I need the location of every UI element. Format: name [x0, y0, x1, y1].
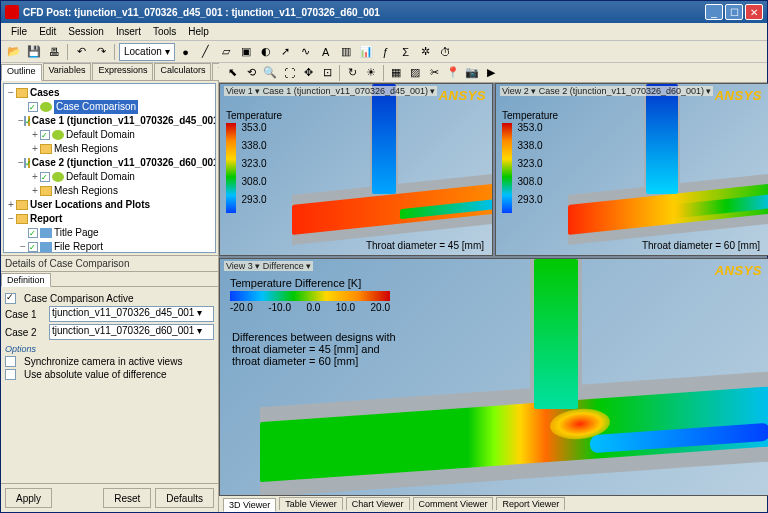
maximize-button[interactable]: ☐ [725, 4, 743, 20]
view-toolbar: ⬉ ⟲ 🔍 ⛶ ✥ ⊡ ↻ ☀ ▦ ▨ ✂ 📍 📷 ▶ [219, 63, 767, 83]
view1-label[interactable]: View 1 ▾ Case 1 (tjunction_v11_070326_d4… [224, 86, 437, 96]
zoom-icon[interactable]: 🔍 [261, 64, 279, 82]
refresh-icon[interactable]: ↻ [343, 64, 361, 82]
calc-icon[interactable]: Σ [397, 43, 415, 61]
tree-userloc[interactable]: User Locations and Plots [30, 198, 150, 212]
line-icon[interactable]: ╱ [197, 43, 215, 61]
tree-report[interactable]: Report [30, 212, 62, 226]
chart-icon[interactable]: 📊 [357, 43, 375, 61]
highlight-icon[interactable]: ☀ [362, 64, 380, 82]
outline-tree[interactable]: −Cases Case Comparison −Case 1 (tjunctio… [3, 83, 216, 253]
tree-case1[interactable]: Case 1 (tjunction_v11_070326_d45_001) [32, 114, 216, 128]
tree-case-comparison[interactable]: Case Comparison [54, 100, 138, 114]
checkbox-absval[interactable] [5, 369, 16, 380]
menu-help[interactable]: Help [182, 26, 215, 37]
tab-reportviewer[interactable]: Report Viewer [496, 497, 565, 510]
reset-button[interactable]: Reset [103, 488, 151, 508]
separator [67, 44, 68, 60]
tab-variables[interactable]: Variables [43, 63, 92, 80]
view3[interactable]: View 3 ▾ Difference ▾ ANSYS Temperature … [219, 258, 768, 496]
tree-mesh[interactable]: Mesh Regions [54, 142, 118, 156]
turbo-icon[interactable]: ✲ [417, 43, 435, 61]
cursor-icon[interactable]: ⬉ [223, 64, 241, 82]
shaded-icon[interactable]: ▨ [406, 64, 424, 82]
checkbox-icon[interactable] [40, 130, 50, 140]
titlebar: CFD Post: tjunction_v11_070326_d45_001 :… [1, 1, 767, 23]
legend-temperature: Temperature 353.0338.0323.0308.0293.0 [502, 110, 558, 213]
tab-3dviewer[interactable]: 3D Viewer [223, 498, 276, 512]
checkbox-sync[interactable] [5, 356, 16, 367]
options-header: Options [5, 344, 214, 354]
case2-select[interactable]: tjunction_v11_070326_d60_001 ▾ [49, 324, 214, 340]
streamline-icon[interactable]: ∿ [297, 43, 315, 61]
fit-icon[interactable]: ⊡ [318, 64, 336, 82]
checkbox-icon[interactable] [28, 242, 38, 252]
play-icon[interactable]: ▶ [482, 64, 500, 82]
case1-select[interactable]: tjunction_v11_070326_d45_001 ▾ [49, 306, 214, 322]
menu-file[interactable]: File [5, 26, 33, 37]
view2[interactable]: View 2 ▾ Case 2 (tjunction_v11_070326_d6… [495, 83, 768, 256]
tree-mesh[interactable]: Mesh Regions [54, 184, 118, 198]
checkbox-icon[interactable] [24, 158, 26, 168]
window-controls: _ ☐ ✕ [705, 4, 763, 20]
left-panel: Outline Variables Expressions Calculator… [1, 63, 219, 512]
cc-active-label: Case Comparison Active [24, 293, 134, 304]
separator [383, 65, 384, 81]
probe-icon[interactable]: 📍 [444, 64, 462, 82]
tree-cases[interactable]: Cases [30, 86, 59, 100]
camera-icon[interactable]: 📷 [463, 64, 481, 82]
checkbox-icon[interactable] [24, 116, 26, 126]
pan-icon[interactable]: ✥ [299, 64, 317, 82]
menu-tools[interactable]: Tools [147, 26, 182, 37]
text-icon[interactable]: A [317, 43, 335, 61]
case-icon [40, 102, 52, 112]
menu-edit[interactable]: Edit [33, 26, 62, 37]
redo-icon[interactable]: ↷ [92, 43, 110, 61]
tree-domain[interactable]: Default Domain [66, 128, 135, 142]
wireframe-icon[interactable]: ▦ [387, 64, 405, 82]
undo-icon[interactable]: ↶ [72, 43, 90, 61]
vector-icon[interactable]: ➚ [277, 43, 295, 61]
tree-titlepage[interactable]: Title Page [54, 226, 99, 240]
tab-tableviewer[interactable]: Table Viewer [279, 497, 342, 510]
view2-label[interactable]: View 2 ▾ Case 2 (tjunction_v11_070326_d6… [500, 86, 713, 96]
ansys-logo: ANSYS [715, 88, 762, 103]
point-icon[interactable]: ● [177, 43, 195, 61]
contour-icon[interactable]: ◐ [257, 43, 275, 61]
tree-filereport[interactable]: File Report [54, 240, 103, 253]
menu-session[interactable]: Session [62, 26, 110, 37]
timer-icon[interactable]: ⏱ [437, 43, 455, 61]
location-dropdown[interactable]: Location ▾ [119, 43, 175, 61]
case2-label: Case 2 [5, 327, 45, 338]
view1[interactable]: View 1 ▾ Case 1 (tjunction_v11_070326_d4… [219, 83, 493, 256]
tree-case2[interactable]: Case 2 (tjunction_v11_070326_d60_001) [32, 156, 216, 170]
apply-button[interactable]: Apply [5, 488, 52, 508]
rotate-icon[interactable]: ⟲ [242, 64, 260, 82]
tab-calculators[interactable]: Calculators [154, 63, 211, 80]
legend-icon[interactable]: ▥ [337, 43, 355, 61]
close-button[interactable]: ✕ [745, 4, 763, 20]
fx-icon[interactable]: ƒ [377, 43, 395, 61]
plane-icon[interactable]: ▱ [217, 43, 235, 61]
zoombox-icon[interactable]: ⛶ [280, 64, 298, 82]
view3-label[interactable]: View 3 ▾ Difference ▾ [224, 261, 313, 271]
menu-insert[interactable]: Insert [110, 26, 147, 37]
button-row: Apply Reset Defaults [1, 483, 218, 512]
checkbox-icon[interactable] [28, 102, 38, 112]
tab-chartviewer[interactable]: Chart Viewer [346, 497, 410, 510]
tab-expressions[interactable]: Expressions [92, 63, 153, 80]
volume-icon[interactable]: ▣ [237, 43, 255, 61]
save-icon[interactable]: 💾 [25, 43, 43, 61]
checkbox-icon[interactable] [40, 172, 50, 182]
open-icon[interactable]: 📂 [5, 43, 23, 61]
minimize-button[interactable]: _ [705, 4, 723, 20]
tab-commentviewer[interactable]: Comment Viewer [413, 497, 494, 510]
checkbox-icon[interactable] [28, 228, 38, 238]
checkbox-cc-active[interactable] [5, 293, 16, 304]
print-icon[interactable]: 🖶 [45, 43, 63, 61]
clip-icon[interactable]: ✂ [425, 64, 443, 82]
tree-domain[interactable]: Default Domain [66, 170, 135, 184]
tab-definition[interactable]: Definition [1, 273, 51, 287]
tab-outline[interactable]: Outline [1, 64, 42, 81]
defaults-button[interactable]: Defaults [155, 488, 214, 508]
